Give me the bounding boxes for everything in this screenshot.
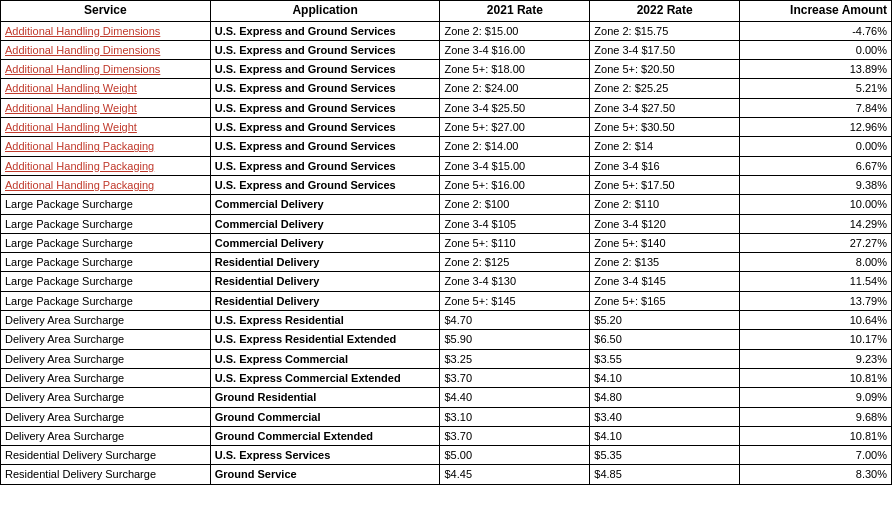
- table-row: Large Package SurchargeCommercial Delive…: [1, 214, 892, 233]
- table-row: Large Package SurchargeResidential Deliv…: [1, 291, 892, 310]
- 2022-rate-cell: Zone 3-4 $16: [590, 156, 740, 175]
- service-cell: Large Package Surcharge: [1, 214, 211, 233]
- 2022-rate-cell: Zone 5+: $20.50: [590, 60, 740, 79]
- application-cell: Residential Delivery: [210, 272, 440, 291]
- service-cell[interactable]: Additional Handling Packaging: [1, 175, 211, 194]
- service-link-text[interactable]: Additional Handling Packaging: [5, 140, 154, 152]
- table-row: Delivery Area SurchargeGround Residentia…: [1, 388, 892, 407]
- service-link-text[interactable]: Additional Handling Dimensions: [5, 25, 160, 37]
- application-cell: Commercial Delivery: [210, 214, 440, 233]
- application-cell: Residential Delivery: [210, 291, 440, 310]
- table-row: Additional Handling PackagingU.S. Expres…: [1, 137, 892, 156]
- application-cell: U.S. Express and Ground Services: [210, 21, 440, 40]
- table-row: Delivery Area SurchargeGround Commercial…: [1, 407, 892, 426]
- application-cell: U.S. Express and Ground Services: [210, 137, 440, 156]
- 2021-rate-cell: Zone 3-4 $15.00: [440, 156, 590, 175]
- service-cell: Residential Delivery Surcharge: [1, 465, 211, 484]
- service-link-text[interactable]: Additional Handling Packaging: [5, 160, 154, 172]
- application-cell: U.S. Express and Ground Services: [210, 60, 440, 79]
- service-cell[interactable]: Additional Handling Dimensions: [1, 40, 211, 59]
- 2021-rate-cell: $3.70: [440, 368, 590, 387]
- service-cell[interactable]: Additional Handling Packaging: [1, 137, 211, 156]
- increase-cell: 10.81%: [740, 426, 892, 445]
- increase-cell: 7.84%: [740, 98, 892, 117]
- service-link-text[interactable]: Additional Handling Weight: [5, 102, 137, 114]
- service-cell[interactable]: Additional Handling Dimensions: [1, 21, 211, 40]
- 2021-rate-cell: Zone 5+: $18.00: [440, 60, 590, 79]
- 2022-rate-cell: $5.35: [590, 446, 740, 465]
- increase-cell: 9.38%: [740, 175, 892, 194]
- increase-cell: 8.30%: [740, 465, 892, 484]
- application-cell: Ground Residential: [210, 388, 440, 407]
- application-cell: U.S. Express Residential: [210, 311, 440, 330]
- increase-cell: 5.21%: [740, 79, 892, 98]
- 2021-rate-cell: Zone 5+: $110: [440, 233, 590, 252]
- table-row: Additional Handling WeightU.S. Express a…: [1, 118, 892, 137]
- 2021-rate-cell: $4.45: [440, 465, 590, 484]
- 2021-rate-cell: Zone 2: $14.00: [440, 137, 590, 156]
- service-cell: Large Package Surcharge: [1, 291, 211, 310]
- service-link-text[interactable]: Additional Handling Weight: [5, 121, 137, 133]
- application-cell: Ground Commercial Extended: [210, 426, 440, 445]
- header-application: Application: [210, 1, 440, 22]
- service-cell: Large Package Surcharge: [1, 272, 211, 291]
- table-row: Delivery Area SurchargeU.S. Express Comm…: [1, 368, 892, 387]
- 2022-rate-cell: Zone 2: $135: [590, 253, 740, 272]
- 2021-rate-cell: Zone 5+: $16.00: [440, 175, 590, 194]
- 2022-rate-cell: Zone 3-4 $145: [590, 272, 740, 291]
- service-cell[interactable]: Additional Handling Weight: [1, 79, 211, 98]
- 2022-rate-cell: $5.20: [590, 311, 740, 330]
- increase-cell: 0.00%: [740, 137, 892, 156]
- 2021-rate-cell: Zone 2: $125: [440, 253, 590, 272]
- 2022-rate-cell: $4.85: [590, 465, 740, 484]
- service-cell[interactable]: Additional Handling Weight: [1, 98, 211, 117]
- service-cell: Delivery Area Surcharge: [1, 368, 211, 387]
- service-cell: Residential Delivery Surcharge: [1, 446, 211, 465]
- application-cell: U.S. Express and Ground Services: [210, 175, 440, 194]
- table-row: Additional Handling PackagingU.S. Expres…: [1, 175, 892, 194]
- table-row: Delivery Area SurchargeGround Commercial…: [1, 426, 892, 445]
- 2022-rate-cell: $4.10: [590, 368, 740, 387]
- 2022-rate-cell: $4.80: [590, 388, 740, 407]
- service-cell[interactable]: Additional Handling Dimensions: [1, 60, 211, 79]
- 2021-rate-cell: $3.70: [440, 426, 590, 445]
- service-cell: Large Package Surcharge: [1, 253, 211, 272]
- table-row: Large Package SurchargeCommercial Delive…: [1, 233, 892, 252]
- increase-cell: 10.81%: [740, 368, 892, 387]
- service-link-text[interactable]: Additional Handling Weight: [5, 82, 137, 94]
- 2022-rate-cell: $3.55: [590, 349, 740, 368]
- table-row: Additional Handling DimensionsU.S. Expre…: [1, 40, 892, 59]
- 2022-rate-cell: Zone 2: $110: [590, 195, 740, 214]
- service-link-text[interactable]: Additional Handling Dimensions: [5, 44, 160, 56]
- 2021-rate-cell: Zone 3-4 $105: [440, 214, 590, 233]
- 2021-rate-cell: $5.00: [440, 446, 590, 465]
- service-cell[interactable]: Additional Handling Packaging: [1, 156, 211, 175]
- increase-cell: 12.96%: [740, 118, 892, 137]
- header-service: Service: [1, 1, 211, 22]
- service-cell[interactable]: Additional Handling Weight: [1, 118, 211, 137]
- 2021-rate-cell: $4.40: [440, 388, 590, 407]
- increase-cell: 13.89%: [740, 60, 892, 79]
- increase-cell: 9.68%: [740, 407, 892, 426]
- service-cell: Delivery Area Surcharge: [1, 311, 211, 330]
- increase-cell: 10.00%: [740, 195, 892, 214]
- increase-cell: 10.64%: [740, 311, 892, 330]
- application-cell: U.S. Express and Ground Services: [210, 98, 440, 117]
- service-link-text[interactable]: Additional Handling Packaging: [5, 179, 154, 191]
- service-link-text[interactable]: Additional Handling Dimensions: [5, 63, 160, 75]
- application-cell: U.S. Express and Ground Services: [210, 40, 440, 59]
- table-row: Delivery Area SurchargeU.S. Express Comm…: [1, 349, 892, 368]
- increase-cell: 7.00%: [740, 446, 892, 465]
- service-cell: Delivery Area Surcharge: [1, 407, 211, 426]
- table-row: Delivery Area SurchargeU.S. Express Resi…: [1, 330, 892, 349]
- 2022-rate-cell: $4.10: [590, 426, 740, 445]
- increase-cell: 10.17%: [740, 330, 892, 349]
- 2021-rate-cell: $4.70: [440, 311, 590, 330]
- service-cell: Large Package Surcharge: [1, 233, 211, 252]
- 2021-rate-cell: Zone 5+: $145: [440, 291, 590, 310]
- 2021-rate-cell: $5.90: [440, 330, 590, 349]
- table-row: Residential Delivery SurchargeU.S. Expre…: [1, 446, 892, 465]
- increase-cell: -4.76%: [740, 21, 892, 40]
- table-row: Large Package SurchargeResidential Deliv…: [1, 253, 892, 272]
- service-cell: Delivery Area Surcharge: [1, 330, 211, 349]
